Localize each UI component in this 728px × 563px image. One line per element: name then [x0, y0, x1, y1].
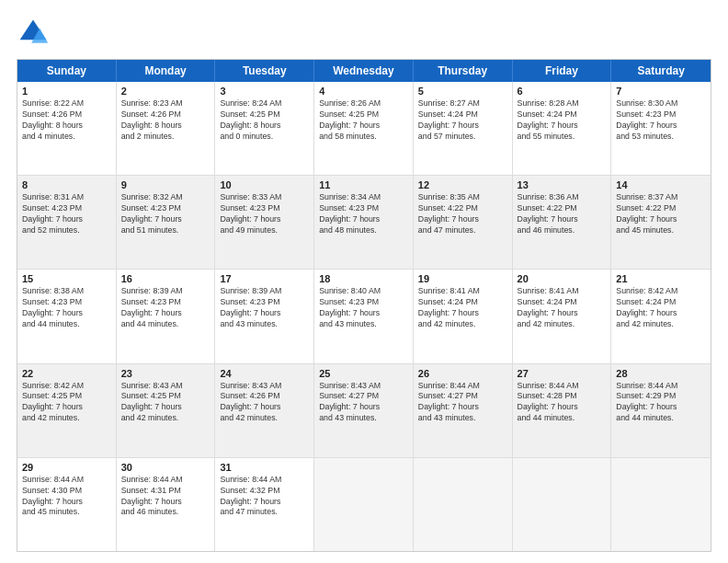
day-number: 28 [616, 368, 706, 379]
cal-cell-2-2: 17Sunrise: 8:39 AM Sunset: 4:23 PM Dayli… [215, 270, 314, 362]
calendar-row-0: 1Sunrise: 8:22 AM Sunset: 4:26 PM Daylig… [17, 82, 711, 175]
day-number: 22 [22, 368, 111, 379]
cell-text: Sunrise: 8:37 AM Sunset: 4:22 PM Dayligh… [616, 192, 706, 236]
day-number: 9 [121, 179, 210, 190]
cell-text: Sunrise: 8:32 AM Sunset: 4:23 PM Dayligh… [121, 192, 210, 236]
day-number: 21 [616, 273, 706, 284]
cal-cell-4-0: 29Sunrise: 8:44 AM Sunset: 4:30 PM Dayli… [17, 458, 117, 551]
calendar-row-2: 15Sunrise: 8:38 AM Sunset: 4:23 PM Dayli… [17, 269, 711, 362]
day-number: 19 [418, 273, 507, 284]
cal-cell-4-2: 31Sunrise: 8:44 AM Sunset: 4:32 PM Dayli… [215, 458, 314, 551]
cal-cell-0-6: 7Sunrise: 8:30 AM Sunset: 4:23 PM Daylig… [611, 82, 711, 175]
cell-text: Sunrise: 8:43 AM Sunset: 4:27 PM Dayligh… [319, 381, 408, 425]
day-number: 26 [418, 368, 507, 379]
day-number: 1 [22, 86, 111, 97]
cal-cell-4-4 [414, 458, 513, 551]
day-number: 2 [121, 86, 210, 97]
cell-text: Sunrise: 8:41 AM Sunset: 4:24 PM Dayligh… [418, 286, 507, 330]
cell-text: Sunrise: 8:41 AM Sunset: 4:24 PM Dayligh… [518, 286, 607, 330]
cal-cell-1-6: 14Sunrise: 8:37 AM Sunset: 4:22 PM Dayli… [611, 176, 711, 269]
header-day-friday: Friday [513, 60, 612, 82]
cell-text: Sunrise: 8:24 AM Sunset: 4:25 PM Dayligh… [220, 98, 309, 143]
logo-icon [17, 17, 50, 50]
cell-text: Sunrise: 8:40 AM Sunset: 4:23 PM Dayligh… [319, 286, 408, 330]
cal-cell-0-5: 6Sunrise: 8:28 AM Sunset: 4:24 PM Daylig… [513, 82, 612, 175]
cell-text: Sunrise: 8:44 AM Sunset: 4:31 PM Dayligh… [121, 475, 210, 519]
header-day-monday: Monday [117, 60, 216, 82]
cell-text: Sunrise: 8:30 AM Sunset: 4:23 PM Dayligh… [616, 98, 706, 143]
day-number: 5 [418, 86, 507, 97]
cell-text: Sunrise: 8:44 AM Sunset: 4:29 PM Dayligh… [616, 381, 706, 425]
cal-cell-3-1: 23Sunrise: 8:43 AM Sunset: 4:25 PM Dayli… [117, 364, 216, 457]
calendar-row-4: 29Sunrise: 8:44 AM Sunset: 4:30 PM Dayli… [17, 457, 711, 551]
cal-cell-1-0: 8Sunrise: 8:31 AM Sunset: 4:23 PM Daylig… [17, 176, 117, 269]
day-number: 27 [518, 368, 607, 379]
header-day-thursday: Thursday [414, 60, 513, 82]
cal-cell-1-5: 13Sunrise: 8:36 AM Sunset: 4:22 PM Dayli… [513, 176, 612, 269]
cell-text: Sunrise: 8:31 AM Sunset: 4:23 PM Dayligh… [22, 192, 111, 236]
cal-cell-1-2: 10Sunrise: 8:33 AM Sunset: 4:23 PM Dayli… [215, 176, 314, 269]
cell-text: Sunrise: 8:34 AM Sunset: 4:23 PM Dayligh… [319, 192, 408, 236]
day-number: 31 [220, 462, 309, 473]
day-number: 6 [518, 86, 607, 97]
day-number: 8 [22, 179, 111, 190]
cal-cell-1-1: 9Sunrise: 8:32 AM Sunset: 4:23 PM Daylig… [117, 176, 216, 269]
day-number: 30 [121, 462, 210, 473]
cell-text: Sunrise: 8:36 AM Sunset: 4:22 PM Dayligh… [518, 192, 607, 236]
day-number: 16 [121, 273, 210, 284]
calendar-body: 1Sunrise: 8:22 AM Sunset: 4:26 PM Daylig… [17, 82, 711, 551]
calendar-row-1: 8Sunrise: 8:31 AM Sunset: 4:23 PM Daylig… [17, 175, 711, 269]
day-number: 12 [418, 179, 507, 190]
day-number: 7 [616, 86, 706, 97]
cal-cell-3-4: 26Sunrise: 8:44 AM Sunset: 4:27 PM Dayli… [414, 364, 513, 457]
cal-cell-4-1: 30Sunrise: 8:44 AM Sunset: 4:31 PM Dayli… [117, 458, 216, 551]
cell-text: Sunrise: 8:44 AM Sunset: 4:32 PM Dayligh… [220, 475, 309, 519]
cal-cell-0-3: 4Sunrise: 8:26 AM Sunset: 4:25 PM Daylig… [314, 82, 414, 175]
cell-text: Sunrise: 8:33 AM Sunset: 4:23 PM Dayligh… [220, 192, 309, 236]
cell-text: Sunrise: 8:44 AM Sunset: 4:27 PM Dayligh… [418, 381, 507, 425]
cell-text: Sunrise: 8:27 AM Sunset: 4:24 PM Dayligh… [418, 98, 507, 143]
cal-cell-2-6: 21Sunrise: 8:42 AM Sunset: 4:24 PM Dayli… [611, 270, 711, 362]
cal-cell-0-1: 2Sunrise: 8:23 AM Sunset: 4:26 PM Daylig… [117, 82, 216, 175]
day-number: 4 [319, 86, 408, 97]
cell-text: Sunrise: 8:44 AM Sunset: 4:30 PM Dayligh… [22, 475, 111, 519]
cal-cell-4-3 [314, 458, 414, 551]
header-day-tuesday: Tuesday [215, 60, 314, 82]
cell-text: Sunrise: 8:39 AM Sunset: 4:23 PM Dayligh… [220, 286, 309, 330]
cal-cell-2-0: 15Sunrise: 8:38 AM Sunset: 4:23 PM Dayli… [17, 270, 117, 362]
day-number: 14 [616, 179, 706, 190]
day-number: 20 [518, 273, 607, 284]
cell-text: Sunrise: 8:39 AM Sunset: 4:23 PM Dayligh… [121, 286, 210, 330]
day-number: 3 [220, 86, 309, 97]
cal-cell-3-2: 24Sunrise: 8:43 AM Sunset: 4:26 PM Dayli… [215, 364, 314, 457]
day-number: 11 [319, 179, 408, 190]
day-number: 23 [121, 368, 210, 379]
cal-cell-4-5 [513, 458, 612, 551]
calendar-header: SundayMondayTuesdayWednesdayThursdayFrid… [17, 60, 711, 82]
cell-text: Sunrise: 8:42 AM Sunset: 4:24 PM Dayligh… [616, 286, 706, 330]
cal-cell-3-5: 27Sunrise: 8:44 AM Sunset: 4:28 PM Dayli… [513, 364, 612, 457]
cell-text: Sunrise: 8:38 AM Sunset: 4:23 PM Dayligh… [22, 286, 111, 330]
cell-text: Sunrise: 8:23 AM Sunset: 4:26 PM Dayligh… [121, 98, 210, 143]
cell-text: Sunrise: 8:42 AM Sunset: 4:25 PM Dayligh… [22, 381, 111, 425]
cell-text: Sunrise: 8:43 AM Sunset: 4:26 PM Dayligh… [220, 381, 309, 425]
day-number: 18 [319, 273, 408, 284]
cal-cell-2-1: 16Sunrise: 8:39 AM Sunset: 4:23 PM Dayli… [117, 270, 216, 362]
cal-cell-1-4: 12Sunrise: 8:35 AM Sunset: 4:22 PM Dayli… [414, 176, 513, 269]
day-number: 13 [518, 179, 607, 190]
cal-cell-3-0: 22Sunrise: 8:42 AM Sunset: 4:25 PM Dayli… [17, 364, 117, 457]
cal-cell-1-3: 11Sunrise: 8:34 AM Sunset: 4:23 PM Dayli… [314, 176, 414, 269]
cell-text: Sunrise: 8:35 AM Sunset: 4:22 PM Dayligh… [418, 192, 507, 236]
header-day-wednesday: Wednesday [314, 60, 414, 82]
cal-cell-3-6: 28Sunrise: 8:44 AM Sunset: 4:29 PM Dayli… [611, 364, 711, 457]
cal-cell-2-4: 19Sunrise: 8:41 AM Sunset: 4:24 PM Dayli… [414, 270, 513, 362]
calendar-row-3: 22Sunrise: 8:42 AM Sunset: 4:25 PM Dayli… [17, 363, 711, 457]
day-number: 25 [319, 368, 408, 379]
cell-text: Sunrise: 8:43 AM Sunset: 4:25 PM Dayligh… [121, 381, 210, 425]
cell-text: Sunrise: 8:44 AM Sunset: 4:28 PM Dayligh… [518, 381, 607, 425]
day-number: 29 [22, 462, 111, 473]
header [17, 17, 711, 50]
logo [17, 17, 55, 50]
day-number: 17 [220, 273, 309, 284]
day-number: 24 [220, 368, 309, 379]
